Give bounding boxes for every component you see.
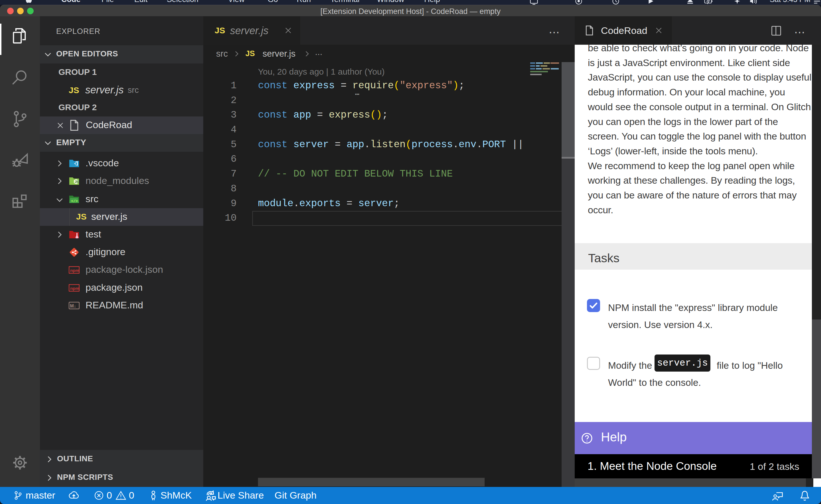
svg-text:M↓: M↓ <box>70 304 76 308</box>
svg-text:JS: JS <box>75 180 78 183</box>
svg-text:</>: </> <box>71 199 78 203</box>
svg-text:npm: npm <box>70 268 79 273</box>
svg-text:npm: npm <box>70 286 79 291</box>
